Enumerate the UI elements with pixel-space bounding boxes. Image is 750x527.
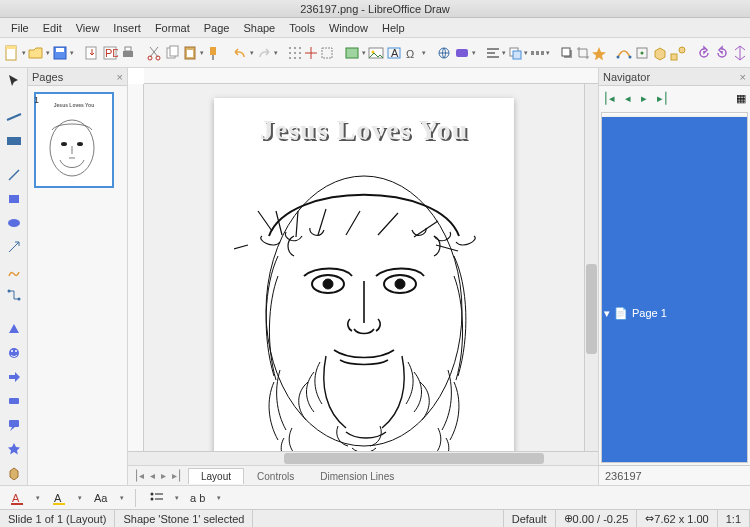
rotate-right-button[interactable] [714, 42, 730, 64]
page-thumbnail-1[interactable]: 1 Jesus Loves You [34, 92, 114, 188]
tab-last-icon[interactable]: ▸⎮ [170, 469, 184, 482]
menu-view[interactable]: View [69, 20, 107, 36]
new-button[interactable] [4, 42, 20, 64]
pages-thumb-area[interactable]: 1 Jesus Loves You [28, 86, 127, 485]
line-tool[interactable] [5, 166, 23, 184]
menu-tools[interactable]: Tools [282, 20, 322, 36]
open-dropdown[interactable]: ▾ [46, 42, 50, 64]
snap-button[interactable] [304, 42, 318, 64]
status-style[interactable]: Default [504, 510, 556, 527]
insert-textbox-button[interactable]: A [386, 42, 402, 64]
tab-layout[interactable]: Layout [188, 468, 244, 484]
select-tool[interactable] [5, 72, 23, 90]
distribute-dropdown[interactable]: ▾ [546, 42, 550, 64]
char-style-button[interactable]: Aa [90, 487, 112, 509]
grid-button[interactable] [288, 42, 302, 64]
ruler-vertical[interactable] [128, 84, 144, 451]
status-zoom[interactable]: 1:1 [718, 510, 750, 527]
navigator-tree[interactable]: ▾ 📄 Page 1 ▣ Shape 1 (Image with transpa… [601, 112, 748, 463]
gluepoints-button[interactable] [634, 42, 650, 64]
menu-file[interactable]: File [4, 20, 36, 36]
insert-special-char-button[interactable]: Ω [404, 42, 420, 64]
font-color-button[interactable]: A [6, 487, 28, 509]
menu-edit[interactable]: Edit [36, 20, 69, 36]
fill-color-tool[interactable] [5, 132, 23, 150]
menu-window[interactable]: Window [322, 20, 375, 36]
nav-dragmode-icon[interactable]: ▦ [736, 92, 746, 105]
edit-points-button[interactable] [616, 42, 632, 64]
tab-prev-icon[interactable]: ◂ [148, 469, 157, 482]
zoom-dropdown[interactable]: ▾ [362, 42, 366, 64]
flip-v-button[interactable] [732, 42, 748, 64]
block-arrows-tool[interactable] [5, 368, 23, 386]
new-dropdown[interactable]: ▾ [22, 42, 26, 64]
clone-format-button[interactable] [206, 42, 222, 64]
filter-button[interactable] [592, 42, 606, 64]
export-pdf-button[interactable]: PDF [102, 42, 118, 64]
bullets-dropdown[interactable]: ▾ [173, 487, 181, 509]
distribute-button[interactable] [530, 42, 544, 64]
menu-page[interactable]: Page [197, 20, 237, 36]
fontwork-dropdown[interactable]: ▾ [472, 42, 476, 64]
ruler-horizontal[interactable] [144, 68, 598, 84]
insert-hyperlink-button[interactable] [436, 42, 452, 64]
arrange-dropdown[interactable]: ▾ [524, 42, 528, 64]
menu-insert[interactable]: Insert [106, 20, 148, 36]
char-spacing-button[interactable]: a b [187, 487, 209, 509]
zoom-button[interactable] [344, 42, 360, 64]
connector-tool[interactable] [5, 286, 23, 304]
image-shape[interactable] [234, 126, 494, 451]
drawing-page[interactable]: Jesus Loves You [214, 98, 514, 451]
3d-tool[interactable] [5, 464, 23, 482]
highlight-dropdown[interactable]: ▾ [76, 487, 84, 509]
cut-button[interactable] [146, 42, 162, 64]
crop-button[interactable] [576, 42, 590, 64]
star-tool[interactable] [5, 440, 23, 458]
vertical-scrollbar[interactable] [584, 84, 598, 451]
tree-expand-icon[interactable]: ▾ [604, 307, 610, 320]
print-button[interactable] [120, 42, 136, 64]
ellipse-tool[interactable] [5, 214, 23, 232]
copy-button[interactable] [164, 42, 180, 64]
align-button[interactable] [486, 42, 500, 64]
menu-format[interactable]: Format [148, 20, 197, 36]
save-dropdown[interactable]: ▾ [70, 42, 74, 64]
extrusion-button[interactable] [652, 42, 668, 64]
redo-dropdown[interactable]: ▾ [274, 42, 278, 64]
navigator-close-icon[interactable]: × [740, 71, 746, 83]
menu-shape[interactable]: Shape [236, 20, 282, 36]
tree-page-row[interactable]: ▾ 📄 Page 1 [602, 117, 748, 463]
shadow-button[interactable] [560, 42, 574, 64]
fontwork-button[interactable] [454, 42, 470, 64]
nav-prev-icon[interactable]: ◂ [625, 92, 631, 105]
arrange-button[interactable] [508, 42, 522, 64]
redo-button[interactable] [256, 42, 272, 64]
undo-dropdown[interactable]: ▾ [250, 42, 254, 64]
symbol-shapes-tool[interactable] [5, 344, 23, 362]
export-button[interactable] [84, 42, 100, 64]
tab-next-icon[interactable]: ▸ [159, 469, 168, 482]
basic-shapes-tool[interactable] [5, 320, 23, 338]
nav-last-icon[interactable]: ▸⎮ [657, 92, 669, 105]
bullets-button[interactable] [145, 487, 167, 509]
rectangle-tool[interactable] [5, 190, 23, 208]
navigator-doc-selector[interactable]: 236197 [599, 465, 750, 485]
rotate-left-button[interactable] [696, 42, 712, 64]
tab-dimension[interactable]: Dimension Lines [307, 468, 407, 484]
save-button[interactable] [52, 42, 68, 64]
canvas-viewport[interactable]: Jesus Loves You [144, 84, 584, 451]
undo-button[interactable] [232, 42, 248, 64]
tab-controls[interactable]: Controls [244, 468, 307, 484]
guides-button[interactable] [320, 42, 334, 64]
align-dropdown[interactable]: ▾ [502, 42, 506, 64]
special-char-dropdown[interactable]: ▾ [422, 42, 426, 64]
nav-next-icon[interactable]: ▸ [641, 92, 647, 105]
pages-panel-close-icon[interactable]: × [117, 71, 123, 83]
char-style-dropdown[interactable]: ▾ [118, 487, 126, 509]
highlight-button[interactable]: A [48, 487, 70, 509]
open-button[interactable] [28, 42, 44, 64]
draw-functions-button[interactable] [670, 42, 686, 64]
font-color-dropdown[interactable]: ▾ [34, 487, 42, 509]
curve-tool[interactable] [5, 262, 23, 280]
callout-tool[interactable] [5, 416, 23, 434]
